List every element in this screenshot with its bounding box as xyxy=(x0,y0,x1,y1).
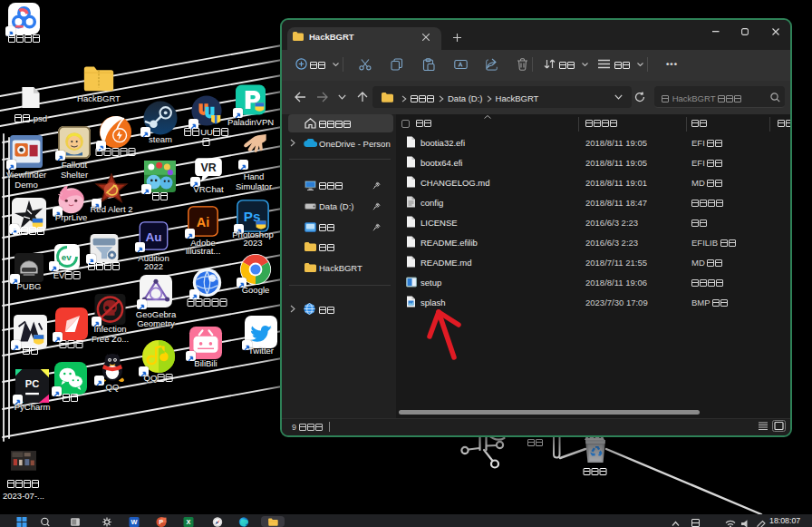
svg-text:VR: VR xyxy=(200,161,216,174)
svg-text:X: X xyxy=(187,518,191,526)
svg-text:Ai: Ai xyxy=(197,215,209,229)
svg-text:Au: Au xyxy=(145,230,161,244)
svg-text:P: P xyxy=(159,518,163,526)
svg-text:W: W xyxy=(131,518,138,526)
svg-text:PC: PC xyxy=(25,378,39,389)
svg-text:ev: ev xyxy=(62,252,72,262)
